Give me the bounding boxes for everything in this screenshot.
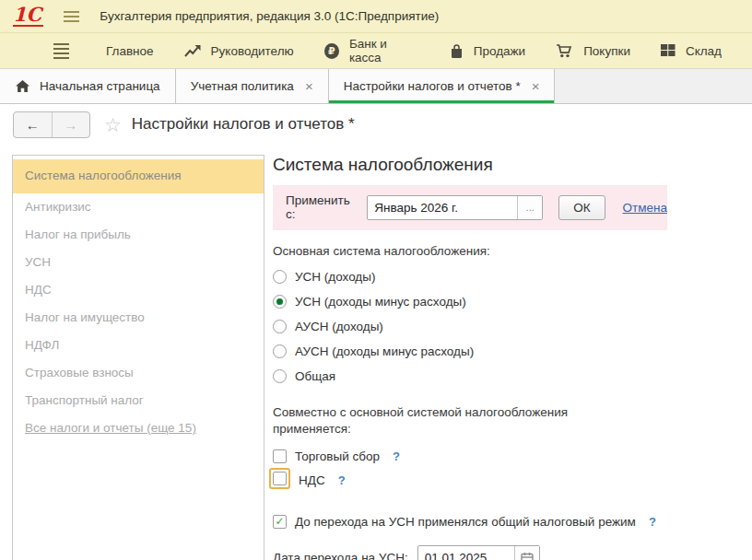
sections-panel: Главное Руководителю ₽ Банк и касса Прод… (0, 33, 752, 69)
tab-label: Настройки налогов и отчетов * (344, 79, 521, 93)
tab-bar-filler (555, 69, 752, 103)
radio-ausn-dohody-minus-rashody[interactable]: АУСН (доходы минус расходы) (273, 339, 752, 364)
cart-icon (556, 43, 573, 58)
back-button[interactable]: ← (14, 112, 52, 137)
checkbox-icon (273, 449, 287, 463)
menu-item-label: Банк и касса (349, 37, 419, 64)
checkbox-nds[interactable]: НДС ? (273, 468, 752, 492)
radio-ausn-dohody[interactable]: АУСН (доходы) (273, 314, 752, 339)
radio-label: Общая (295, 369, 335, 383)
apply-from-field-group: ... (367, 195, 543, 220)
cancel-link[interactable]: Отмена (623, 201, 667, 215)
radio-label: УСН (доходы) (295, 270, 375, 284)
sidebar-item-nds[interactable]: НДС (13, 276, 264, 304)
tab-label: Учетная политика (191, 79, 294, 93)
checkbox-label: НДС (299, 473, 325, 487)
trend-icon (184, 44, 201, 58)
grid-icon (661, 44, 676, 57)
apply-from-label: Применить с: (286, 193, 358, 221)
favorite-star-icon[interactable]: ☆ (104, 115, 122, 134)
radio-usn-dohody-minus-rashody[interactable]: УСН (доходы минус расходы) (273, 289, 752, 314)
radio-obshchaya[interactable]: Общая (273, 364, 752, 389)
joint-systems-label: Совместно с основной системой налогообло… (273, 404, 634, 438)
sidebar-item-sistema-nalogooblozheniya[interactable]: Система налогообложения (13, 159, 264, 193)
forward-button[interactable]: → (52, 112, 90, 137)
checkbox-obshchiy-rezhim[interactable]: ✓ До перехода на УСН применялся общий на… (273, 509, 752, 533)
checkbox-checked-icon: ✓ (273, 515, 287, 529)
sidebar-item-strahovye-vznosy[interactable]: Страховые взносы (13, 359, 264, 387)
choose-period-button[interactable]: ... (517, 196, 542, 219)
check-icon: ✓ (275, 516, 284, 527)
help-icon[interactable]: ? (649, 515, 656, 529)
menu-item-label: Руководителю (211, 44, 294, 58)
menu-item-label: Покупки (583, 44, 630, 58)
ruble-circle-icon: ₽ (324, 43, 339, 59)
transition-date-row: Дата перехода на УСН: (273, 545, 752, 560)
tab-nastroyki-nalogov[interactable]: Настройки налогов и отчетов * × (329, 69, 556, 103)
tab-label: Начальная страница (40, 79, 160, 93)
bag-icon (450, 43, 464, 59)
page-title: Настройки налогов и отчетов * (132, 115, 355, 134)
checkbox-label: До перехода на УСН применялся общий нало… (295, 515, 636, 529)
radio-usn-dohody[interactable]: УСН (доходы) (273, 264, 752, 289)
help-icon[interactable]: ? (338, 473, 346, 487)
calendar-button[interactable] (514, 546, 539, 560)
home-icon (15, 79, 30, 93)
transition-date-input[interactable] (418, 546, 514, 560)
radio-label: АУСН (доходы минус расходы) (295, 344, 474, 358)
sidebar-item-nalog-na-pribyl[interactable]: Налог на прибыль (13, 221, 264, 249)
settings-sidebar: Система налогообложения Антикризис Налог… (12, 155, 264, 560)
radio-label: УСН (доходы минус расходы) (295, 295, 466, 309)
checkbox-torgovyy-sbor[interactable]: Торговый сбор ? (273, 444, 752, 468)
sidebar-item-nalog-na-imushchestvo[interactable]: Налог на имущество (13, 304, 264, 332)
menu-item-prodazhi[interactable]: Продажи (450, 43, 525, 59)
apply-from-input[interactable] (368, 196, 517, 219)
sections-menu-icon[interactable] (53, 43, 69, 59)
radio-icon (273, 270, 287, 284)
transition-date-field-group (417, 545, 540, 560)
menu-item-label: Главное (106, 44, 154, 58)
tab-home[interactable]: Начальная страница (0, 69, 176, 103)
menu-item-rukovoditelyu[interactable]: Руководителю (184, 44, 294, 58)
app-title: Бухгалтерия предприятия, редакция 3.0 (1… (100, 9, 439, 23)
radio-label: АУСН (доходы) (295, 320, 383, 333)
close-icon[interactable]: × (532, 78, 540, 94)
radio-icon (273, 320, 287, 333)
sidebar-item-usn[interactable]: УСН (13, 249, 264, 276)
sidebar-all-taxes-link[interactable]: Все налоги и отчеты (еще 15) (13, 414, 264, 442)
titlebar: 1С Бухгалтерия предприятия, редакция 3.0… (0, 0, 752, 33)
section-heading: Система налогообложения (273, 155, 752, 175)
sidebar-item-antikrizis[interactable]: Антикризис (13, 193, 264, 221)
1c-logo-icon: 1С (13, 6, 43, 27)
page-body: Система налогообложения Антикризис Налог… (0, 145, 752, 560)
tab-bar: Начальная страница Учетная политика × На… (0, 69, 752, 104)
transition-date-label: Дата перехода на УСН: (273, 551, 408, 560)
sidebar-item-transportnyy-nalog[interactable]: Транспортный налог (13, 387, 264, 414)
ok-button[interactable]: ОК (558, 195, 605, 220)
menu-item-label: Склад (686, 44, 722, 58)
history-nav: ← → (13, 111, 90, 138)
help-icon[interactable]: ? (393, 449, 400, 463)
app-window: 1С Бухгалтерия предприятия, редакция 3.0… (0, 0, 752, 560)
focus-ring (269, 468, 290, 489)
checkbox-icon (273, 472, 287, 485)
checkbox-label: Торговый сбор (295, 449, 380, 463)
apply-bar: Применить с: ... ОК Отмена (273, 185, 667, 230)
tab-uchetnaya-politika[interactable]: Учетная политика × (176, 69, 329, 103)
radio-icon (273, 369, 287, 383)
settings-form: Система налогообложения Применить с: ...… (273, 155, 752, 560)
menu-item-bank-i-kassa[interactable]: ₽ Банк и касса (324, 37, 419, 64)
calendar-icon (521, 552, 534, 560)
main-menu-icon[interactable] (64, 11, 79, 22)
close-icon[interactable]: × (305, 78, 313, 94)
radio-icon-selected (273, 295, 287, 309)
menu-item-sklad[interactable]: Склад (661, 44, 722, 58)
menu-item-pokupki[interactable]: Покупки (556, 43, 630, 58)
sidebar-item-ndfl[interactable]: НДФЛ (13, 332, 264, 359)
page-toolbar: ← → ☆ Настройки налогов и отчетов * (0, 104, 752, 145)
main-tax-system-label: Основная система налогообложения: (273, 244, 752, 258)
radio-icon (273, 344, 287, 358)
menu-item-label: Продажи (474, 44, 525, 58)
menu-item-glavnoe[interactable]: Главное (106, 44, 154, 58)
